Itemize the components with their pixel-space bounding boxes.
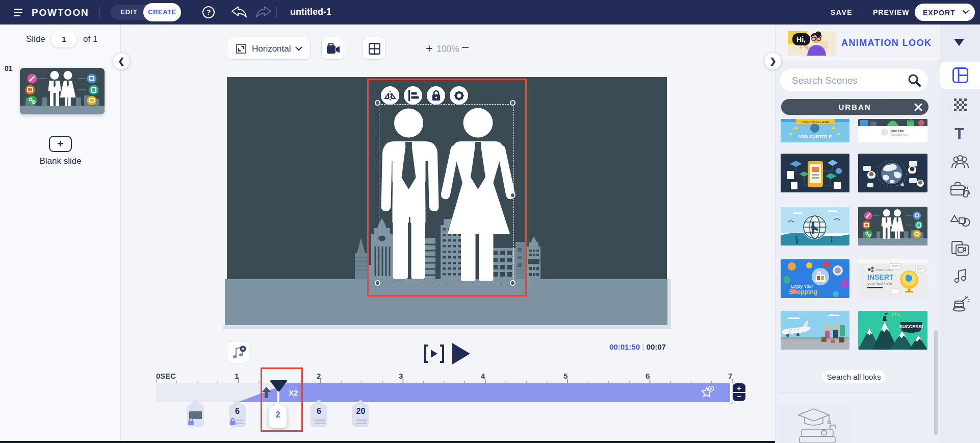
svg-text:ADD SUBTITLE: ADD SUBTITLE <box>798 134 832 139</box>
svg-text:Shopping: Shopping <box>789 288 817 296</box>
svg-text:your text here: your text here <box>867 281 892 286</box>
svg-text:INSERT: INSERT <box>867 273 894 281</box>
svg-text:Hi,: Hi, <box>796 35 806 43</box>
svg-text:Add subtitle here: Add subtitle here <box>891 134 908 136</box>
svg-text:Add Title: Add Title <box>891 129 904 132</box>
svg-text:YOUR TITLE HERE: YOUR TITLE HERE <box>802 120 829 124</box>
svg-text:SUCCESS!: SUCCESS! <box>899 324 923 329</box>
